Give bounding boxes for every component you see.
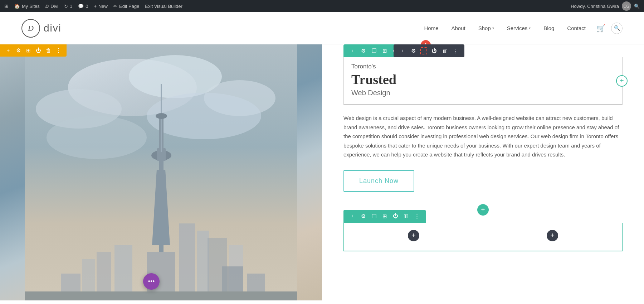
new-icon: + [94, 4, 97, 9]
edit-page-button[interactable]: ✏ Edit Page [113, 4, 139, 9]
bottom-row-settings-icon[interactable]: ⚙ [359, 212, 367, 220]
city-skyline-svg [0, 44, 322, 300]
section-trash-icon[interactable]: 🗑 [44, 47, 52, 54]
row-settings-icon[interactable]: ⚙ [359, 47, 367, 55]
search-magnifier-icon: 🔍 [614, 25, 620, 31]
svg-rect-14 [179, 223, 195, 300]
module-trash-icon[interactable]: 🗑 [441, 47, 449, 55]
wordpress-icon: ⊞ [4, 3, 9, 9]
sites-icon: 🏠 [14, 4, 20, 9]
logo-text: divi [44, 23, 62, 34]
nav-services-label: Services [507, 25, 528, 31]
nav-home-label: Home [424, 25, 438, 31]
row-columns-icon[interactable]: ⊞ [381, 47, 389, 55]
comments-icon: 💬 [78, 4, 84, 9]
section-more-icon[interactable]: ⋮ [54, 47, 62, 54]
module-more-icon[interactable]: ⋮ [452, 47, 459, 55]
exit-builder-label: Exit Visual Builder [145, 4, 182, 9]
logo-letter: D [28, 24, 34, 33]
admin-bar-right: Howdy, Christina Gwira CG 🔍 [571, 1, 640, 11]
svg-point-13 [156, 113, 167, 119]
site-nav: Home About Shop ▾ Services ▾ Blog Contac… [419, 21, 623, 35]
user-greeting: Howdy, Christina Gwira [571, 4, 619, 9]
my-sites-label: My Sites [22, 4, 40, 9]
pencil-icon: ✏ [113, 4, 117, 9]
nav-shop[interactable]: Shop ▾ [473, 22, 499, 34]
bottom-row-trash-icon[interactable]: 🗑 [402, 212, 410, 220]
plus-col2-icon: + [550, 231, 554, 240]
my-sites-menu[interactable]: 🏠 My Sites [14, 4, 40, 9]
bottom-row-add-icon[interactable]: + [348, 212, 356, 220]
nav-services[interactable]: Services ▾ [502, 22, 536, 34]
site-header: D divi Home About Shop ▾ Services ▾ Blog… [0, 12, 644, 44]
left-image-col [0, 44, 322, 300]
nav-home[interactable]: Home [419, 22, 443, 34]
bottom-col-2: + [490, 230, 615, 243]
nav-contact-label: Contact [567, 25, 586, 31]
avatar[interactable]: CG [622, 1, 631, 11]
main-two-col: + ⚙ ❐ ⊞ ⏻ 🗑 ⋮ 1 + ⚙ [0, 44, 644, 300]
comments-count: 0 [86, 4, 88, 9]
module-toolbar-dark: + ⚙ ⏻ 🗑 ⋮ [394, 44, 464, 57]
body-text: Web design is a crucial aspect of any mo… [343, 114, 623, 159]
launch-btn-label: Launch Now [359, 177, 399, 184]
section-columns-icon[interactable]: ⊞ [24, 47, 32, 54]
updates-icon: ↻ [64, 4, 68, 9]
svg-rect-24 [25, 291, 297, 300]
launch-now-button[interactable]: Launch Now [343, 170, 414, 192]
row-toolbar-wrapper: + ⚙ ❐ ⊞ ⏻ 🗑 ⋮ 1 + ⚙ [343, 44, 426, 57]
new-menu[interactable]: + New [94, 4, 108, 9]
search-icon[interactable]: 🔍 [634, 4, 640, 9]
updates-menu[interactable]: ↻ 1 [64, 4, 72, 9]
left-section-toolbar: + ⚙ ⊞ ⏻ 🗑 ⋮ [0, 44, 67, 57]
exit-builder-button[interactable]: Exit Visual Builder [145, 4, 182, 9]
nav-about[interactable]: About [446, 22, 470, 34]
row-copy-icon[interactable]: ❐ [370, 47, 378, 55]
fab-purple-button[interactable]: ••• [143, 273, 160, 290]
city-image [0, 44, 322, 300]
add-module-right[interactable]: + [616, 75, 628, 87]
site-logo[interactable]: D divi [21, 19, 62, 38]
module-power-icon[interactable]: ⏻ [430, 47, 438, 55]
divi-menu[interactable]: D Divi [45, 4, 58, 9]
comments-menu[interactable]: 💬 0 [78, 4, 88, 9]
nav-blog[interactable]: Blog [538, 22, 559, 34]
add-section-icon[interactable]: + [4, 47, 12, 54]
section-settings-icon[interactable]: ⚙ [14, 47, 22, 54]
bottom-section: + + ⚙ ❐ ⊞ ⏻ 🗑 ⋮ + [343, 210, 623, 251]
bottom-row-more-icon[interactable]: ⋮ [413, 212, 421, 220]
new-label: New [98, 4, 108, 9]
bottom-row-columns-icon[interactable]: ⊞ [381, 212, 389, 220]
bottom-col-1: + [351, 230, 476, 243]
wp-icon[interactable]: ⊞ [4, 3, 9, 9]
add-module-col2[interactable]: + [547, 230, 558, 241]
bottom-row-copy-icon[interactable]: ❐ [370, 212, 378, 220]
module-add-icon[interactable]: + [399, 47, 406, 55]
bottom-cols: + + [343, 223, 623, 251]
module-settings-icon[interactable]: ⚙ [409, 47, 417, 55]
plus-top-icon: + [481, 206, 485, 214]
shop-dropdown-arrow: ▾ [492, 26, 494, 30]
add-module-col1[interactable]: + [408, 230, 419, 241]
nav-shop-label: Shop [478, 25, 491, 31]
divi-label: Divi [50, 4, 58, 9]
edit-page-label: Edit Page [119, 4, 139, 9]
cart-icon[interactable]: 🛒 [594, 21, 608, 35]
nav-about-label: About [451, 25, 465, 31]
search-button[interactable]: 🔍 [611, 23, 623, 34]
divi-icon: D [45, 4, 49, 9]
row-add-icon[interactable]: + [348, 47, 356, 55]
logo-circle: D [21, 19, 40, 38]
fab-dots-icon: ••• [148, 278, 155, 285]
nav-contact[interactable]: Contact [562, 22, 591, 34]
right-content-col: + ⚙ ❐ ⊞ ⏻ 🗑 ⋮ 1 + ⚙ [322, 44, 644, 300]
svg-rect-15 [197, 231, 209, 300]
add-row-top-button[interactable]: + [477, 204, 489, 216]
plus-col1-icon: + [411, 231, 415, 240]
bottom-row-power-icon[interactable]: ⏻ [391, 212, 399, 220]
section-power-icon[interactable]: ⏻ [34, 47, 42, 54]
admin-bar: ⊞ 🏠 My Sites D Divi ↻ 1 💬 0 + New ✏ Edit… [0, 0, 644, 12]
text-module-box: Toronto's Trusted Web Design + [343, 57, 623, 105]
services-dropdown-arrow: ▾ [529, 26, 531, 30]
module-dashed-icon[interactable] [420, 47, 427, 54]
